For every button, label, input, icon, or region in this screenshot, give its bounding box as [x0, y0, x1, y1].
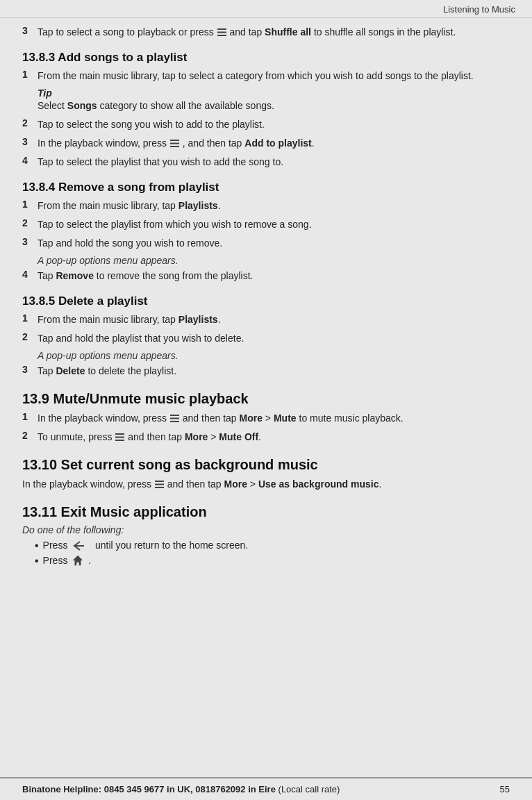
- step-8310-3: 3 Tap Delete to delete the playlist.: [22, 364, 510, 378]
- svg-marker-16: [73, 556, 83, 565]
- header-bar: Listening to Music: [0, 0, 532, 18]
- svg-rect-0: [217, 28, 226, 30]
- svg-rect-12: [155, 481, 164, 482]
- step-number: 3: [22, 136, 38, 147]
- step-839-4: 4 Tap Remove to remove the song from the…: [22, 269, 510, 283]
- tip-block: Tip Select Songs category to show all th…: [38, 88, 510, 113]
- menu-icon: [169, 414, 180, 423]
- step-text: From the main music library, tap Playlis…: [38, 312, 510, 327]
- svg-rect-3: [170, 140, 179, 141]
- step-text: Tap and hold the song you wish to remove…: [38, 236, 510, 251]
- section-8310-heading: 13.8.5 Delete a playlist: [22, 294, 510, 308]
- step-text: Tap Delete to delete the playlist.: [38, 364, 510, 378]
- step-838-3: 3 In the playback window, press , and th…: [22, 136, 510, 151]
- step-number: 2: [22, 331, 38, 342]
- content-area: 3 Tap to select a song to playback or pr…: [0, 18, 532, 777]
- tip-title: Tip: [38, 88, 510, 99]
- step-838-2: 2 Tap to select the song you wish to add…: [22, 117, 510, 132]
- step-number: 2: [22, 430, 38, 441]
- step-text: From the main music library, tap to sele…: [38, 69, 510, 83]
- svg-rect-5: [170, 146, 179, 147]
- footer-helpline-bold: Binatone Helpline: 0845 345 9677 in UK, …: [22, 784, 276, 794]
- home-icon: [72, 554, 84, 567]
- step-text: From the main music library, tap Playlis…: [38, 199, 510, 213]
- footer: Binatone Helpline: 0845 345 9677 in UK, …: [0, 777, 532, 800]
- menu-icon: [115, 433, 125, 442]
- svg-rect-1: [217, 31, 226, 33]
- popup-note-839: A pop-up options menu appears.: [38, 255, 510, 266]
- bullet-text-1: Press until you return to the home scree…: [43, 540, 249, 551]
- step-number: 1: [22, 411, 38, 422]
- step-number: 1: [22, 199, 38, 210]
- svg-rect-14: [155, 487, 164, 488]
- step-number: 3: [22, 25, 38, 36]
- add-to-playlist-label: Add to playlist: [244, 138, 311, 149]
- section-139-heading: 13.9 Mute/Unmute music playback: [22, 391, 510, 407]
- svg-rect-8: [170, 421, 179, 422]
- section-1310-text: In the playback window, press and then t…: [22, 477, 510, 492]
- svg-rect-6: [170, 415, 179, 416]
- tip-text: Select Songs category to show all the av…: [38, 99, 510, 113]
- bullet-dot: •: [35, 555, 39, 567]
- step-number: 3: [22, 236, 38, 247]
- step-text: Tap to select the playlist from which yo…: [38, 217, 510, 232]
- step-number: 2: [22, 117, 38, 128]
- header-title: Listening to Music: [443, 4, 515, 15]
- back-icon: [72, 540, 85, 551]
- step-text: Tap and hold the playlist that you wish …: [38, 331, 510, 346]
- footer-page: 55: [500, 784, 510, 794]
- section-839-heading: 13.8.4 Remove a song from playlist: [22, 181, 510, 194]
- step-text: Tap to select the song you wish to add t…: [38, 117, 510, 132]
- svg-rect-9: [115, 433, 124, 435]
- section-838-heading: 13.8.3 Add songs to a playlist: [22, 51, 510, 65]
- footer-helpline: Binatone Helpline: 0845 345 9677 in UK, …: [22, 784, 340, 794]
- step-number: 2: [22, 217, 38, 228]
- bullet-item-2: • Press .: [35, 555, 510, 567]
- bullet-list: • Press until you return to the home scr…: [35, 540, 510, 567]
- step-839-3: 3 Tap and hold the song you wish to remo…: [22, 236, 510, 251]
- step-839-2: 2 Tap to select the playlist from which …: [22, 217, 510, 232]
- svg-rect-13: [155, 483, 164, 485]
- bullet-dot: •: [35, 540, 39, 552]
- footer-local: (Local call rate): [279, 784, 340, 794]
- svg-rect-10: [115, 436, 124, 438]
- svg-rect-2: [217, 35, 226, 36]
- step-839-1: 1 From the main music library, tap Playl…: [22, 199, 510, 213]
- step-text: Tap Remove to remove the song from the p…: [38, 269, 510, 283]
- step-text: Tap to select a song to playback or pres…: [38, 25, 510, 40]
- svg-rect-11: [115, 440, 124, 441]
- step-8310-2: 2 Tap and hold the playlist that you wis…: [22, 331, 510, 346]
- step-838-1: 1 From the main music library, tap to se…: [22, 69, 510, 83]
- step-number: 4: [22, 155, 38, 166]
- step-text: Tap to select the playlist that you wish…: [38, 155, 510, 169]
- step-text: In the playback window, press and then t…: [38, 411, 510, 426]
- step-3-shuffle: 3 Tap to select a song to playback or pr…: [22, 25, 510, 40]
- step-text: In the playback window, press , and then…: [38, 136, 510, 151]
- section-1310-heading: 13.10 Set current song as background mus…: [22, 457, 510, 473]
- menu-icon: [154, 480, 165, 489]
- popup-note-8310: A pop-up options menu appears.: [38, 350, 510, 361]
- step-number: 3: [22, 364, 38, 375]
- shuffle-all-label: Shuffle all: [265, 26, 311, 38]
- step-139-1: 1 In the playback window, press and then…: [22, 411, 510, 426]
- step-139-2: 2 To unmute, press and then tap More > M…: [22, 430, 510, 444]
- svg-rect-4: [170, 142, 179, 144]
- step-838-4: 4 Tap to select the playlist that you wi…: [22, 155, 510, 169]
- step-8310-1: 1 From the main music library, tap Playl…: [22, 312, 510, 327]
- section-1311-heading: 13.11 Exit Music application: [22, 504, 510, 520]
- step-text: To unmute, press and then tap More > Mut…: [38, 430, 510, 444]
- step-number: 1: [22, 312, 38, 324]
- menu-icon: [169, 139, 180, 148]
- menu-icon: [217, 28, 227, 37]
- do-one-text: Do one of the following:: [22, 524, 510, 535]
- svg-rect-7: [170, 417, 179, 419]
- bullet-item-1: • Press until you return to the home scr…: [35, 540, 510, 552]
- bullet-text-2: Press .: [43, 555, 91, 567]
- page: Listening to Music 3 Tap to select a son…: [0, 0, 532, 800]
- step-number: 1: [22, 69, 38, 80]
- step-number: 4: [22, 269, 38, 280]
